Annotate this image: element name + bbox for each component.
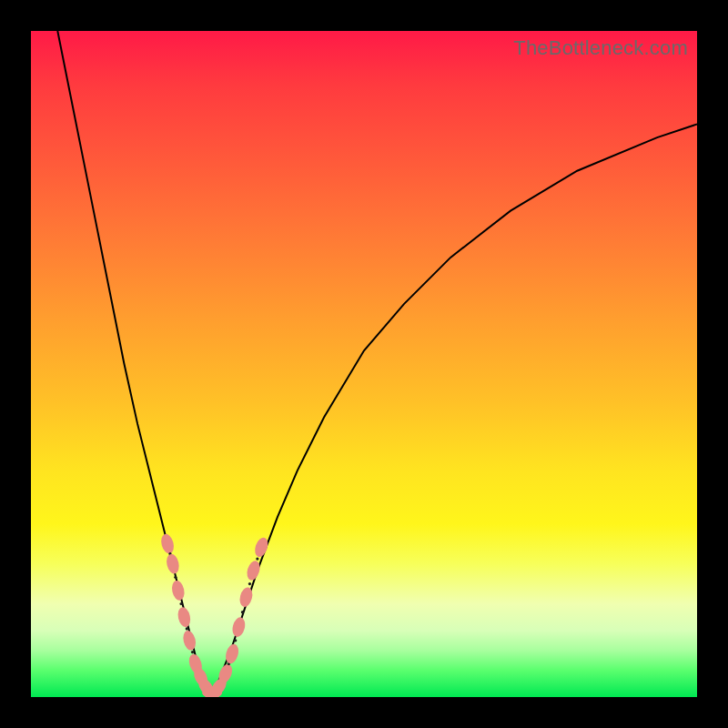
bead-cluster [159, 532, 270, 697]
bead [181, 630, 197, 652]
bead [159, 532, 176, 555]
bead-separator [241, 611, 244, 613]
outer-frame: TheBottleneck.com [0, 0, 728, 728]
plot-area: TheBottleneck.com [31, 31, 697, 697]
bead-separator [248, 582, 251, 585]
bead-separator [234, 639, 237, 642]
bead [170, 580, 186, 602]
bead-separator [179, 602, 182, 605]
curve-left-branch [57, 31, 210, 697]
bead-separator [191, 651, 194, 653]
curve-layer [31, 31, 697, 697]
curve-right-branch [211, 124, 697, 697]
bead-separator [256, 558, 258, 561]
bead [177, 606, 193, 628]
bead-separator [186, 627, 188, 630]
bead [165, 552, 181, 574]
bead [230, 616, 247, 638]
bead [253, 536, 270, 559]
bead-separator [174, 576, 177, 579]
